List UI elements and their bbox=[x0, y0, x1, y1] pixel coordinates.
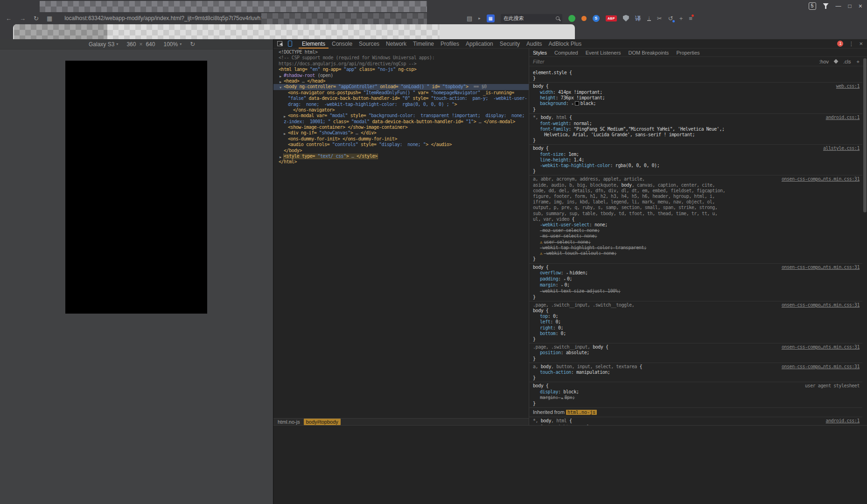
styles-scrollbar[interactable] bbox=[863, 58, 867, 212]
devtools-tab-network[interactable]: Network bbox=[383, 39, 410, 49]
css-property[interactable]: display: block; bbox=[533, 389, 860, 395]
dom-node-line[interactable]: <html lang= "en" ng-app= "app" class= "n… bbox=[273, 67, 529, 72]
menu-icon[interactable]: ≡ bbox=[689, 15, 692, 21]
css-property[interactable]: line-height: 1.4; bbox=[533, 157, 860, 163]
dom-node-line[interactable]: "false" data-device-back-button-handler-… bbox=[273, 96, 529, 101]
css-selector[interactable]: body {onsen-css-compo…nts.min.css:31 bbox=[533, 265, 860, 270]
css-property[interactable]: touch-action: manipulation; bbox=[533, 370, 860, 375]
css-file-link[interactable]: allstyle.css:1 bbox=[823, 146, 860, 151]
expand-shorthand-icon[interactable]: ▸ bbox=[564, 277, 566, 281]
styles-tab-event-listeners[interactable]: Event Listeners bbox=[582, 50, 625, 56]
css-selector[interactable]: ul, var, video { bbox=[533, 217, 860, 222]
css-selector[interactable]: body {allstyle.css:1 bbox=[533, 146, 860, 151]
css-selector[interactable]: aside, audio, b, big, blockquote, body, … bbox=[533, 182, 860, 188]
css-selector[interactable]: code, dd, del, details, dfn, div, dl, dt… bbox=[533, 188, 860, 194]
devtools-tab-elements[interactable]: Elements bbox=[299, 39, 329, 49]
search-icon[interactable] bbox=[556, 16, 559, 20]
add-icon[interactable]: + bbox=[679, 15, 683, 21]
css-property[interactable]: -moz-user-select: none; bbox=[533, 228, 860, 233]
css-property[interactable]: -webkit-user-select: none; bbox=[533, 222, 860, 228]
emulated-device-screen[interactable] bbox=[65, 61, 207, 314]
css-selector[interactable]: body { bbox=[533, 308, 860, 314]
green-extension-icon[interactable] bbox=[568, 15, 575, 22]
expand-arrow-icon[interactable]: ▶ bbox=[284, 131, 286, 136]
css-property[interactable]: left: 0; bbox=[533, 319, 860, 325]
grid-icon[interactable]: ▦ bbox=[47, 15, 52, 21]
dom-node-line[interactable]: ▶<head> … </head> bbox=[273, 78, 529, 84]
pseudo-state-toggle[interactable]: :hov bbox=[819, 59, 829, 64]
dom-node-line[interactable]: <!-- CSP support mode (required for Wind… bbox=[273, 55, 529, 61]
css-file-link[interactable]: onsen-css-compo…nts.min.css:31 bbox=[782, 302, 860, 308]
expand-arrow-icon[interactable]: ▶ bbox=[280, 79, 281, 84]
css-property[interactable]: font-size: 1em; bbox=[533, 152, 860, 157]
css-property[interactable]: bottom: 0; bbox=[533, 331, 860, 336]
inspect-element-icon[interactable] bbox=[277, 41, 282, 46]
css-property[interactable]: padding: ▸0; bbox=[533, 276, 860, 282]
expand-shorthand-icon[interactable]: ▸ bbox=[561, 396, 564, 400]
inherited-node-link[interactable]: html.no-js bbox=[566, 410, 597, 415]
refresh-icon[interactable]: ↻ bbox=[34, 15, 39, 21]
expand-shorthand-icon[interactable]: ▸ bbox=[566, 271, 569, 275]
frames-caret-icon[interactable]: ▸ bbox=[478, 16, 481, 21]
css-selector[interactable]: body {user agent stylesheet bbox=[533, 383, 860, 389]
expand-arrow-icon[interactable]: ▶ bbox=[284, 114, 286, 119]
css-selector[interactable]: *, body, html {android.css:1 bbox=[533, 115, 860, 120]
color-swatch[interactable] bbox=[575, 101, 579, 105]
dom-node-line[interactable]: ▶<ons-modal var= "modal" style= "backgro… bbox=[273, 113, 529, 119]
breadcrumb-body-topbody[interactable]: body#topbody bbox=[304, 419, 341, 425]
dom-node-line[interactable]: https://docs.angularjs.org/api/ng/direct… bbox=[273, 61, 529, 67]
css-selector[interactable]: body {web.css:1 bbox=[533, 84, 860, 89]
element-state-icon-icon[interactable] bbox=[834, 59, 839, 64]
css-property[interactable]: ⚠-webkit-touch-callout: none; bbox=[533, 251, 860, 256]
css-property[interactable]: -webkit-tap-highlight-color: transparent… bbox=[533, 245, 860, 251]
css-selector[interactable]: figure, footer, form, h1, h2, h3, h4, h5… bbox=[533, 194, 860, 199]
dom-node-line[interactable]: <show-image-container> </show-image-cont… bbox=[273, 125, 529, 130]
css-file-link[interactable]: web.css:1 bbox=[836, 84, 860, 89]
devtools-tab-adblock-plus[interactable]: AdBlock Plus bbox=[545, 39, 585, 49]
minimize-button[interactable]: — bbox=[836, 0, 841, 12]
devtools-tab-timeline[interactable]: Timeline bbox=[410, 39, 437, 49]
css-selector[interactable]: iframe, img, ins, kbd, label, legend, li… bbox=[533, 199, 860, 205]
dom-node-line[interactable]: <ons-navigator ons-postpush= "ItemReadOn… bbox=[273, 90, 529, 96]
dom-node-line[interactable]: <!DOCTYPE html> bbox=[273, 49, 529, 55]
forward-icon[interactable]: → bbox=[20, 15, 26, 21]
dom-node-line[interactable]: ▼<body ng-controller= "appController" on… bbox=[273, 84, 529, 90]
expand-shorthand-icon[interactable]: ▸ bbox=[572, 102, 574, 106]
search-box[interactable]: 在此搜索 bbox=[501, 14, 562, 23]
viewport-height-value[interactable]: 640 bbox=[146, 41, 155, 48]
download-icon[interactable]: ↓ bbox=[647, 15, 651, 21]
css-property[interactable]: background: ▸black; bbox=[533, 101, 860, 107]
dom-node-line[interactable]: <audio controls= "controls" style= "disp… bbox=[273, 142, 529, 147]
device-toolbar-toggle-icon[interactable] bbox=[288, 41, 292, 47]
css-property[interactable]: margin: ▸8px; bbox=[533, 395, 860, 401]
expand-shorthand-icon[interactable]: ▸ bbox=[561, 283, 564, 287]
css-property[interactable]: right: 0; bbox=[533, 325, 860, 331]
new-style-rule-button[interactable]: + bbox=[857, 59, 860, 64]
undo-icon[interactable]: ↺ bbox=[668, 15, 673, 21]
devtools-tab-sources[interactable]: Sources bbox=[356, 39, 383, 49]
css-selector[interactable]: sub, summary, sup, table, tbody, td, tfo… bbox=[533, 211, 860, 217]
zoom-select[interactable]: 100% ▾ bbox=[163, 41, 182, 48]
devtools-close-icon[interactable]: × bbox=[859, 40, 863, 47]
translate-icon[interactable]: 译 bbox=[635, 15, 641, 21]
dom-node-line[interactable]: </html> bbox=[273, 159, 529, 165]
css-property[interactable]: -webkit-tap-highlight-color: rgba(0, 0, … bbox=[533, 163, 860, 168]
css-selector[interactable]: .page, .switch__input, body {onsen-css-c… bbox=[533, 344, 860, 350]
devtools-tab-application[interactable]: Application bbox=[462, 39, 496, 49]
devtools-tab-audits[interactable]: Audits bbox=[523, 39, 545, 49]
css-property[interactable]: -webkit-text-size-adjust: 100%; bbox=[533, 288, 860, 294]
css-selector[interactable]: output, p, pre, q, ruby, s, samp, sectio… bbox=[533, 205, 860, 210]
tab-count-badge[interactable]: 5 bbox=[809, 2, 816, 10]
expand-arrow-icon[interactable]: ▶ bbox=[280, 74, 281, 78]
collapse-arrow-icon[interactable]: ▼ bbox=[280, 85, 281, 90]
css-property[interactable]: margin: ▸0; bbox=[533, 282, 860, 288]
dom-node-line[interactable]: ▶<style type= "text/ css"> … </style> bbox=[273, 154, 529, 159]
frames-icon[interactable]: ▤ bbox=[467, 15, 472, 21]
styles-tab-dom-breakpoints[interactable]: DOM Breakpoints bbox=[625, 50, 673, 56]
styles-tab-computed[interactable]: Computed bbox=[551, 50, 582, 56]
css-property[interactable]: position: absolute; bbox=[533, 350, 860, 356]
css-selector[interactable]: a, body, button, input, select, textarea… bbox=[533, 364, 860, 370]
css-property[interactable]: top: 0; bbox=[533, 314, 860, 319]
css-selector[interactable]: a, abbr, acronym, address, applet, artic… bbox=[533, 176, 860, 182]
device-select[interactable]: Galaxy S3 ▾ bbox=[89, 41, 118, 48]
